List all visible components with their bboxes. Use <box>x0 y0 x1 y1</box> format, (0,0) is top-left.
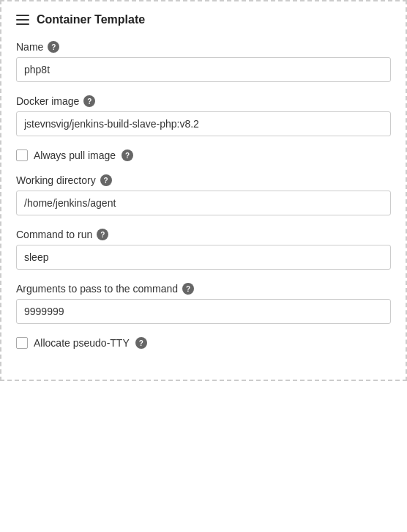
working-directory-field-group: Working directory ? <box>16 174 391 215</box>
name-help-icon[interactable]: ? <box>48 41 59 53</box>
allocate-tty-row: Allocate pseudo-TTY ? <box>16 337 391 349</box>
menu-icon[interactable] <box>16 15 29 25</box>
arguments-field-group: Arguments to pass to the command ? <box>16 283 391 324</box>
docker-image-field-group: Docker image ? <box>16 95 391 136</box>
name-label: Name ? <box>16 41 391 53</box>
command-to-run-label: Command to run ? <box>16 229 391 240</box>
docker-image-input[interactable] <box>16 111 391 136</box>
name-field-group: Name ? <box>16 41 391 82</box>
name-input[interactable] <box>16 57 391 82</box>
panel-title: Container Template <box>37 13 145 26</box>
container-template-panel: Container Template Name ? Docker image ?… <box>0 0 407 381</box>
command-to-run-help-icon[interactable]: ? <box>97 229 108 240</box>
panel-header: Container Template <box>16 13 391 26</box>
arguments-help-icon[interactable]: ? <box>182 283 194 295</box>
arguments-label: Arguments to pass to the command ? <box>16 283 391 295</box>
docker-image-label: Docker image ? <box>16 95 391 107</box>
working-directory-help-icon[interactable]: ? <box>100 174 112 186</box>
allocate-tty-label: Allocate pseudo-TTY <box>34 337 130 349</box>
allocate-tty-checkbox[interactable] <box>16 337 28 349</box>
allocate-tty-help-icon[interactable]: ? <box>135 337 147 349</box>
always-pull-help-icon[interactable]: ? <box>122 149 133 161</box>
always-pull-row: Always pull image ? <box>16 149 391 161</box>
working-directory-input[interactable] <box>16 191 391 215</box>
arguments-input[interactable] <box>16 299 391 324</box>
always-pull-label: Always pull image <box>34 149 116 161</box>
command-to-run-field-group: Command to run ? <box>16 229 391 270</box>
working-directory-label: Working directory ? <box>16 174 391 186</box>
always-pull-checkbox[interactable] <box>16 149 28 161</box>
command-to-run-input[interactable] <box>16 245 391 270</box>
docker-image-help-icon[interactable]: ? <box>83 95 95 107</box>
